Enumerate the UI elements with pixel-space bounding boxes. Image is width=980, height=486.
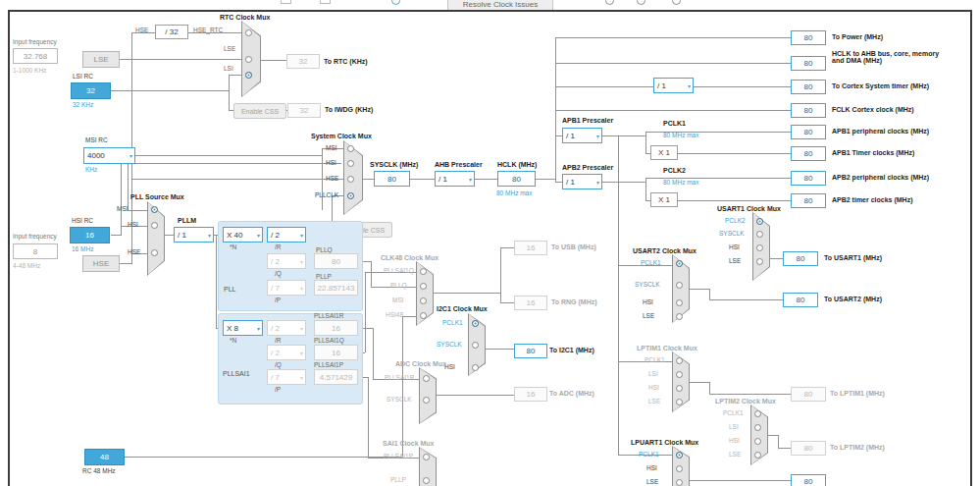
lpuart1-radio-lse[interactable]: [676, 479, 683, 486]
wire: [694, 86, 791, 87]
lpuart1-radio-hsi[interactable]: [676, 465, 683, 472]
apb1-timer-value: 80: [791, 146, 826, 161]
hclk-bus-label: HCLK to AHB bus, core, memory and DMA (M…: [832, 50, 950, 65]
lptim2-radio-pclk1: [754, 410, 761, 417]
pllm-label: PLLM: [178, 217, 196, 224]
usart1-radio-pclk2[interactable]: [756, 218, 763, 225]
pllm-dropdown[interactable]: / 1: [174, 227, 214, 243]
zoom-fit-icon[interactable]: [637, 0, 645, 5]
i2c1-clock-label: To I2C1 (MHz): [549, 347, 594, 353]
lse-frequency-field[interactable]: 32.768: [13, 48, 58, 64]
pllsai1-n-label: *N: [230, 338, 236, 345]
adc-radio-sysclk: [423, 397, 430, 404]
pclk1-max-note: 80 MHz max: [663, 133, 698, 139]
pllsai1p-out-label: PLLSAI1P: [314, 362, 343, 369]
pllsai1-n-dropdown[interactable]: X 8: [223, 320, 263, 336]
i2c1-radio-pclk1[interactable]: [472, 320, 479, 327]
i2c1-radio-hsi[interactable]: [472, 364, 479, 371]
zoom-out-icon[interactable]: [672, 0, 681, 5]
usart2-clock-value: 80: [783, 293, 818, 307]
ahb-prescaler-dropdown[interactable]: / 1: [435, 171, 475, 187]
clk48-radio-hsi48: [420, 312, 427, 319]
hclk-max-note: 80 MHz max: [496, 190, 532, 197]
pllsai1p-out-value: 4.571429: [314, 369, 358, 385]
wire: [135, 155, 322, 156]
fclk-value: 80: [791, 103, 826, 118]
hsi48-value-box: 48: [84, 449, 125, 465]
pllsai1q-out-value: 16: [314, 345, 358, 360]
zoom-in-icon[interactable]: [605, 0, 614, 5]
cortex-prescaler-dropdown[interactable]: / 1: [653, 78, 694, 93]
rtc-enable-css-button[interactable]: Enable CSS: [233, 103, 286, 119]
sysmux-radio-hsi[interactable]: [347, 160, 354, 167]
wire: [678, 200, 791, 201]
sysmux-pllclk-label: PLLCLK: [315, 192, 338, 199]
pll-n-dropdown[interactable]: X 40: [223, 227, 263, 243]
usart2-radio-hsi[interactable]: [676, 299, 683, 306]
pll-source-mux-title: PLL Source Mux: [130, 193, 184, 200]
rtc-mux-title: RTC Clock Mux: [220, 14, 270, 21]
wire: [120, 59, 241, 60]
apb2-periph-value: 80: [791, 171, 826, 186]
adc-clock-label: To ADC (MHz): [549, 390, 594, 397]
sysmux-radio-hse[interactable]: [347, 176, 354, 183]
adc-sysclk-label: SYSCLK: [387, 397, 412, 404]
lsi-value-box: 32: [71, 82, 111, 99]
i2c1-radio-sysclk[interactable]: [472, 342, 479, 349]
usart2-hsi-label: HSI: [643, 299, 653, 306]
usart2-pclk1-label: PCLK1: [641, 260, 661, 267]
wire: [229, 75, 230, 111]
sysmux-radio-pllclk[interactable]: [347, 192, 354, 199]
sai1-radio-pllp: [423, 477, 430, 484]
usart2-sysclk-label: SYSCLK: [635, 282, 660, 289]
msi-frequency-dropdown[interactable]: 4000: [83, 147, 135, 164]
wire: [402, 316, 416, 317]
pllsrc-radio-hsi[interactable]: [151, 222, 158, 229]
hclk-value[interactable]: 80: [497, 171, 536, 187]
sai1-radio-pllsai1p: [423, 454, 430, 460]
toolbar-icon[interactable]: [281, 0, 291, 4]
clk48-hsi48-label: HSI48: [386, 312, 403, 319]
hse-frequency-field[interactable]: 8: [13, 243, 58, 259]
wire: [216, 235, 217, 328]
wire: [486, 349, 514, 350]
usart2-radio-pclk1[interactable]: [676, 260, 683, 267]
rtc-radio-hse-rtc[interactable]: [245, 29, 252, 36]
fclk-label: FCLK Cortex clock (MHz): [832, 106, 914, 113]
pllsrc-radio-msi[interactable]: [151, 206, 158, 213]
hsi-frequency-label: 16 MHz: [72, 246, 93, 253]
wire: [121, 163, 341, 164]
usart1-radio-hsi[interactable]: [756, 244, 763, 251]
usart1-radio-lse[interactable]: [756, 258, 763, 265]
usart2-radio-sysclk[interactable]: [676, 282, 683, 289]
rtc-radio-lse[interactable]: [245, 56, 252, 63]
i2c1-clock-value: 80: [514, 344, 547, 358]
wire: [768, 435, 778, 436]
pll-r-dropdown[interactable]: / 2: [267, 227, 306, 243]
rng-clock-label: To RNG (MHz): [551, 298, 597, 305]
apb2-timer-mult-box: X 1: [650, 192, 678, 207]
apb2-timer-value: 80: [791, 193, 826, 208]
apb1-prescaler-dropdown[interactable]: / 1: [562, 128, 602, 143]
sysclk-value[interactable]: 80: [374, 171, 410, 187]
apb2-prescaler-dropdown[interactable]: / 1: [562, 174, 602, 189]
apb1-timer-mult-box: X 1: [650, 145, 678, 160]
toolbar-icon[interactable]: [320, 0, 331, 4]
wire: [555, 110, 791, 111]
pllsai1-r-dropdown: / 2: [267, 320, 306, 336]
usart1-radio-sysclk[interactable]: [756, 231, 763, 238]
lpuart1-radio-pclk1[interactable]: [676, 452, 683, 459]
system-mux-title: System Clock Mux: [311, 133, 372, 139]
wire: [678, 153, 791, 154]
msi-frequency-unit: KHz: [85, 167, 97, 174]
lptim2-radio-hsi: [754, 438, 761, 445]
rtc-radio-lsi[interactable]: [245, 72, 252, 79]
sysmux-radio-msi[interactable]: [347, 145, 354, 152]
apb2-timer-label: APB2 timer clocks (MHz): [832, 196, 912, 203]
wire: [645, 178, 646, 200]
pllsrc-radio-hse[interactable]: [151, 249, 158, 256]
apb2-periph-label: APB2 peripheral clocks (MHz): [832, 174, 929, 181]
usart2-radio-lse[interactable]: [676, 313, 683, 320]
cortex-timer-value: 80: [791, 80, 826, 94]
power-clock-label: To Power (MHz): [832, 33, 883, 40]
